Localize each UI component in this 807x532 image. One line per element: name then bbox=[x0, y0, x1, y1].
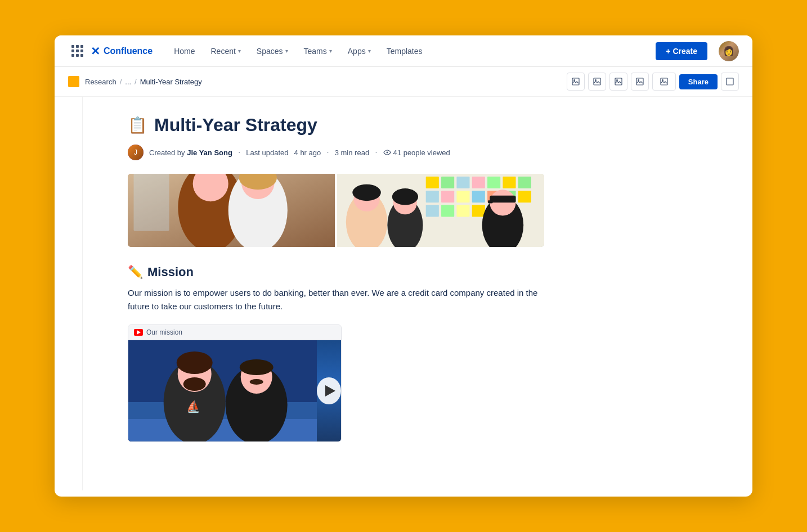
nav-home[interactable]: Home bbox=[166, 35, 203, 67]
nav-spaces[interactable]: Spaces ▾ bbox=[249, 35, 296, 67]
svg-rect-22 bbox=[426, 177, 439, 188]
chevron-down-icon: ▾ bbox=[368, 48, 371, 54]
toolbar-icon-2[interactable] bbox=[588, 73, 606, 91]
share-button[interactable]: Share bbox=[679, 74, 718, 89]
space-icon bbox=[68, 76, 79, 87]
content-area: 📋 Multi-Year Strategy J Created by Jie Y… bbox=[83, 97, 589, 469]
mission-heading: Mission bbox=[147, 265, 194, 279]
meta-dot2: · bbox=[375, 147, 377, 157]
nav-apps[interactable]: Apps ▾ bbox=[340, 35, 379, 67]
main-content: 📋 Multi-Year Strategy J Created by Jie Y… bbox=[83, 97, 752, 490]
video-embed: Our mission bbox=[128, 324, 342, 442]
nav-teams-label: Teams bbox=[304, 47, 327, 56]
play-button[interactable] bbox=[317, 377, 341, 404]
hero-image-right bbox=[337, 174, 544, 247]
avatar-image: 👩 bbox=[719, 41, 739, 61]
meta-text: Created by Jie Yan Song bbox=[149, 148, 232, 157]
svg-rect-4 bbox=[615, 78, 622, 85]
svg-rect-8 bbox=[661, 78, 667, 85]
nav-recent[interactable]: Recent ▾ bbox=[203, 35, 248, 67]
user-avatar[interactable]: 👩 bbox=[719, 41, 739, 61]
breadcrumb-bar: Research / ... / Multi-Year Strategy bbox=[55, 67, 752, 97]
expand-icon bbox=[660, 78, 668, 85]
chevron-down-icon: ▾ bbox=[329, 48, 332, 54]
nav-spaces-label: Spaces bbox=[257, 47, 283, 56]
svg-rect-26 bbox=[487, 177, 500, 188]
svg-rect-36 bbox=[426, 205, 439, 217]
youtube-icon bbox=[134, 329, 143, 336]
toolbar-icon-4[interactable] bbox=[631, 73, 649, 91]
confluence-logo-icon: ✕ bbox=[91, 44, 100, 58]
svg-rect-35 bbox=[518, 191, 531, 202]
breadcrumb-ellipsis[interactable]: ... bbox=[125, 78, 131, 86]
confluence-logo[interactable]: ✕ Confluence bbox=[91, 44, 153, 58]
svg-point-63 bbox=[250, 379, 263, 385]
svg-point-11 bbox=[386, 152, 388, 154]
nav-apps-label: Apps bbox=[348, 47, 366, 56]
toolbar-icon-3[interactable] bbox=[609, 73, 627, 91]
mission-emoji: ✏️ bbox=[128, 265, 143, 279]
svg-rect-24 bbox=[456, 177, 469, 188]
share-button-label: Share bbox=[688, 78, 709, 86]
created-by-label: Created by bbox=[149, 148, 185, 157]
toolbar-icon-5[interactable] bbox=[652, 73, 676, 91]
svg-rect-2 bbox=[594, 78, 600, 85]
grid-menu-button[interactable] bbox=[68, 42, 86, 60]
create-button[interactable]: + Create bbox=[656, 42, 707, 60]
svg-rect-0 bbox=[572, 78, 579, 85]
svg-rect-14 bbox=[134, 174, 169, 231]
more-options-button[interactable] bbox=[721, 73, 739, 91]
page-title: Multi-Year Strategy bbox=[154, 115, 317, 136]
views-icon bbox=[383, 149, 391, 156]
breadcrumb-research[interactable]: Research bbox=[85, 78, 116, 86]
svg-point-7 bbox=[638, 79, 639, 81]
toolbar-icon-1[interactable] bbox=[567, 73, 585, 91]
svg-rect-23 bbox=[441, 177, 454, 188]
meta-row: J Created by Jie Yan Song · Last updated… bbox=[128, 145, 544, 160]
breadcrumb-separator2: / bbox=[134, 78, 137, 86]
chevron-down-icon: ▾ bbox=[238, 48, 241, 54]
left-sidebar bbox=[55, 97, 83, 490]
grid-icon bbox=[71, 45, 83, 57]
image-icon bbox=[593, 78, 601, 85]
svg-point-57 bbox=[177, 351, 213, 374]
image-icon bbox=[615, 78, 622, 85]
chevron-down-icon: ▾ bbox=[285, 48, 288, 54]
nav-templates-label: Templates bbox=[387, 47, 423, 56]
svg-rect-27 bbox=[503, 177, 515, 188]
hero-image-left bbox=[128, 174, 335, 247]
svg-rect-32 bbox=[472, 191, 485, 202]
nav-links: Home Recent ▾ Spaces ▾ Teams ▾ Apps ▾ Te… bbox=[166, 35, 647, 67]
meta-separator: · bbox=[238, 147, 240, 157]
breadcrumb-separator: / bbox=[120, 78, 122, 86]
nav-teams[interactable]: Teams ▾ bbox=[296, 35, 340, 67]
svg-text:⛵: ⛵ bbox=[186, 400, 200, 413]
view-count: 41 people viewed bbox=[383, 148, 450, 157]
read-time: 3 min read bbox=[335, 148, 369, 157]
navbar: ✕ Confluence Home Recent ▾ Spaces ▾ Team… bbox=[55, 35, 752, 67]
svg-point-47 bbox=[392, 188, 418, 205]
svg-rect-29 bbox=[426, 191, 439, 202]
breadcrumb-current: Multi-Year Strategy bbox=[140, 78, 202, 86]
meta-dot: · bbox=[326, 147, 329, 157]
svg-point-3 bbox=[595, 79, 597, 81]
nav-home-label: Home bbox=[174, 47, 195, 56]
svg-rect-50 bbox=[490, 196, 515, 203]
play-icon bbox=[325, 385, 335, 396]
svg-rect-25 bbox=[472, 177, 485, 188]
updated-label: Last updated bbox=[246, 148, 288, 157]
svg-point-44 bbox=[352, 184, 380, 201]
svg-rect-51 bbox=[488, 200, 492, 203]
author-name: Jie Yan Song bbox=[187, 148, 232, 157]
views-text: 41 people viewed bbox=[393, 148, 450, 157]
page-layout: 📋 Multi-Year Strategy J Created by Jie Y… bbox=[55, 97, 752, 490]
toolbar-icons: Share bbox=[567, 73, 739, 91]
video-thumbnail[interactable]: ⛵ bbox=[128, 340, 341, 441]
updated-time: 4 hr ago bbox=[294, 148, 321, 157]
svg-rect-37 bbox=[441, 205, 454, 217]
nav-templates[interactable]: Templates bbox=[379, 35, 431, 67]
image-icon bbox=[636, 78, 644, 85]
nav-recent-label: Recent bbox=[210, 47, 235, 56]
svg-rect-38 bbox=[456, 205, 469, 217]
svg-rect-39 bbox=[472, 205, 485, 217]
